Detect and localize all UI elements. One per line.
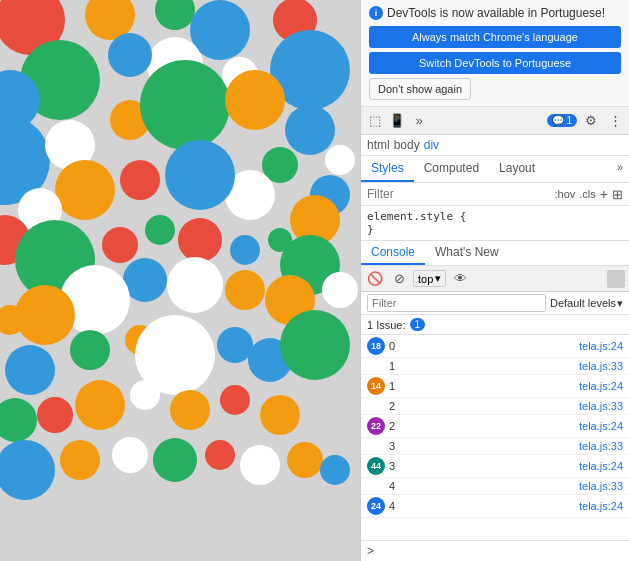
log-file[interactable]: tela.js:33	[579, 480, 623, 492]
breadcrumb-div[interactable]: div	[424, 138, 439, 152]
canvas-circle	[322, 272, 358, 308]
log-number: 3	[389, 460, 575, 472]
log-file[interactable]: tela.js:24	[579, 460, 623, 472]
more-tools-icon[interactable]: »	[409, 111, 429, 131]
canvas-circle	[260, 395, 300, 435]
top-context-button[interactable]: top ▾	[413, 270, 446, 287]
default-levels-button[interactable]: Default levels ▾	[550, 297, 623, 310]
console-icon: 💬	[552, 115, 564, 126]
default-levels-dropdown-icon: ▾	[617, 297, 623, 310]
element-style-block: element.style { }	[361, 206, 629, 241]
log-badge: 14	[367, 377, 385, 395]
canvas-circle	[0, 440, 55, 500]
console-tabs: Console What's New	[361, 241, 629, 266]
more-options-icon[interactable]: ⋮	[605, 111, 625, 131]
canvas-circle	[320, 455, 350, 485]
tab-computed[interactable]: Computed	[414, 156, 489, 182]
console-badge[interactable]: 💬 1	[547, 114, 577, 127]
filter-input[interactable]	[367, 187, 551, 201]
sidebar-toggle-icon[interactable]	[607, 270, 625, 288]
canvas-circle	[220, 385, 250, 415]
canvas-circle	[225, 270, 265, 310]
log-number: 3	[389, 440, 575, 452]
canvas-circle	[37, 397, 73, 433]
breadcrumb-html[interactable]: html	[367, 138, 390, 152]
switch-language-button[interactable]: Switch DevTools to Portuguese	[369, 52, 621, 74]
log-file[interactable]: tela.js:24	[579, 340, 623, 352]
eye-icon[interactable]: 👁	[450, 269, 470, 289]
tab-layout[interactable]: Layout	[489, 156, 545, 182]
element-style-close: }	[367, 223, 623, 236]
canvas-circle	[280, 310, 350, 380]
log-row[interactable]: 180tela.js:24	[361, 335, 629, 358]
console-filter-input[interactable]	[367, 294, 546, 312]
tab-console[interactable]: Console	[361, 241, 425, 265]
add-style-rule-icon[interactable]: +	[600, 186, 608, 202]
canvas-panel	[0, 0, 360, 561]
log-row[interactable]: 443tela.js:24	[361, 455, 629, 478]
canvas-circle	[140, 60, 230, 150]
log-number: 4	[389, 500, 575, 512]
log-file[interactable]: tela.js:33	[579, 400, 623, 412]
dont-show-button[interactable]: Don't show again	[369, 78, 471, 100]
tab-more-icon[interactable]: »	[611, 156, 629, 182]
tab-whats-new[interactable]: What's New	[425, 241, 509, 265]
log-row[interactable]: 2tela.js:33	[361, 398, 629, 415]
log-number: 1	[389, 380, 575, 392]
match-language-button[interactable]: Always match Chrome's language	[369, 26, 621, 48]
tab-styles[interactable]: Styles	[361, 156, 414, 182]
canvas-circle	[178, 218, 222, 262]
console-log: 180tela.js:241tela.js:33141tela.js:242te…	[361, 335, 629, 540]
console-clear-icon[interactable]: 🚫	[365, 269, 385, 289]
filter-hov[interactable]: :hov	[555, 188, 576, 200]
log-number: 2	[389, 420, 575, 432]
top-label: top	[418, 273, 433, 285]
device-icon[interactable]: 📱	[387, 111, 407, 131]
canvas-circle	[167, 257, 223, 313]
filter-cls[interactable]: .cls	[579, 188, 596, 200]
canvas-circle	[120, 160, 160, 200]
canvas-circle	[165, 140, 235, 210]
prompt-chevron: >	[367, 544, 374, 558]
log-number: 1	[389, 360, 575, 372]
canvas-circle	[108, 33, 152, 77]
issues-count-badge[interactable]: 1	[410, 318, 426, 331]
log-number: 4	[389, 480, 575, 492]
notification-bar: i DevTools is now available in Portugues…	[361, 0, 629, 107]
issues-label: 1 Issue:	[367, 319, 406, 331]
log-file[interactable]: tela.js:24	[579, 420, 623, 432]
canvas-circle	[70, 330, 110, 370]
log-badge: 24	[367, 497, 385, 515]
log-file[interactable]: tela.js:33	[579, 440, 623, 452]
log-row[interactable]: 1tela.js:33	[361, 358, 629, 375]
breadcrumb-body[interactable]: body	[394, 138, 420, 152]
canvas-circle	[153, 438, 197, 482]
breadcrumb: html body div	[361, 135, 629, 156]
log-row[interactable]: 141tela.js:24	[361, 375, 629, 398]
devtools-toolbar: ⬚ 📱 » 💬 1 ⚙ ⋮	[361, 107, 629, 135]
log-number: 2	[389, 400, 575, 412]
badge-count: 1	[566, 115, 572, 126]
log-row[interactable]: 222tela.js:24	[361, 415, 629, 438]
log-row[interactable]: 244tela.js:24	[361, 495, 629, 518]
canvas-circle	[170, 390, 210, 430]
log-file[interactable]: tela.js:24	[579, 380, 623, 392]
canvas-circle	[155, 0, 195, 30]
log-file[interactable]: tela.js:33	[579, 360, 623, 372]
filter-row: :hov .cls + ⊞	[361, 183, 629, 206]
canvas-circle	[325, 145, 355, 175]
log-number: 0	[389, 340, 575, 352]
inspect-icon[interactable]: ⬚	[365, 111, 385, 131]
log-file[interactable]: tela.js:24	[579, 500, 623, 512]
issues-bar: 1 Issue: 1	[361, 315, 629, 335]
log-row[interactable]: 4tela.js:33	[361, 478, 629, 495]
canvas-circle	[285, 105, 335, 155]
new-style-sheet-icon[interactable]: ⊞	[612, 187, 623, 202]
canvas-circle	[60, 440, 100, 480]
console-filter-row: Default levels ▾	[361, 292, 629, 315]
notification-message: DevTools is now available in Portuguese!	[387, 6, 605, 20]
canvas-circle	[130, 380, 160, 410]
log-row[interactable]: 3tela.js:33	[361, 438, 629, 455]
console-filter-icon[interactable]: ⊘	[389, 269, 409, 289]
settings-icon[interactable]: ⚙	[581, 111, 601, 131]
